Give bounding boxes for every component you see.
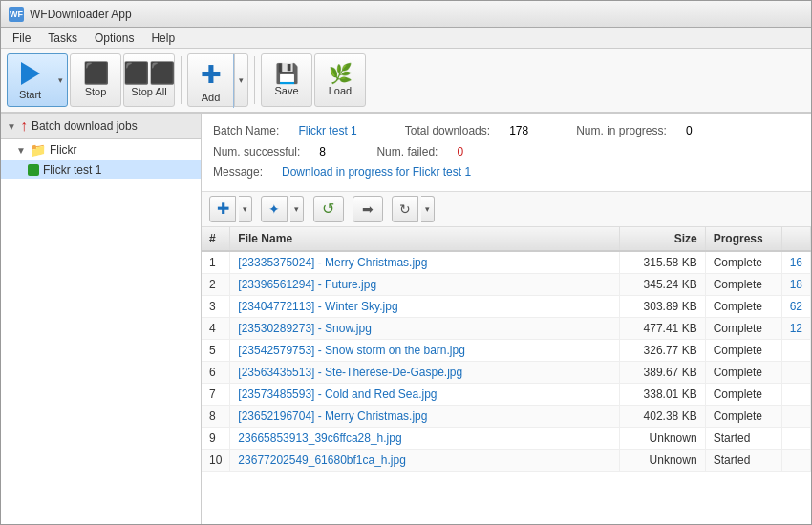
cell-filename[interactable]: 23677202549_61680bf1ca_h.jpg (230, 449, 619, 471)
add-starred-dropdown[interactable]: ▾ (290, 196, 304, 222)
save-label: Save (274, 85, 298, 96)
add-button[interactable]: ✚ Add (188, 54, 234, 108)
sidebar-item-flickr-test-1[interactable]: Flickr test 1 (1, 160, 201, 179)
folder-label: Flickr (50, 143, 77, 157)
load-button[interactable]: 🌿 Load (314, 53, 366, 107)
start-button[interactable]: Start (8, 54, 53, 108)
cell-progress: Complete (705, 295, 781, 317)
table-body: 1[23335375024] - Merry Christmas.jpg315.… (202, 251, 811, 472)
col-header-size: Size (619, 227, 705, 251)
item-icon (28, 164, 39, 176)
col-header-extra (781, 227, 810, 251)
cell-extra (781, 361, 810, 383)
add-label: Add (202, 92, 221, 103)
cell-num: 4 (202, 317, 230, 339)
table-row[interactable]: 1023677202549_61680bf1ca_h.jpgUnknownSta… (202, 449, 811, 471)
cell-num: 2 (202, 273, 230, 295)
cell-progress: Complete (705, 273, 781, 295)
cell-extra: 16 (781, 251, 810, 274)
folder-toggle[interactable]: ▼ (16, 145, 26, 156)
cell-filename[interactable]: [23573485593] - Cold and Red Sea.jpg (230, 383, 619, 405)
cell-extra: 62 (781, 295, 810, 317)
load-icon: 🌿 (329, 64, 353, 83)
message-value: Download in progress for Flickr test 1 (282, 162, 471, 183)
add-item-button[interactable]: ✚ (209, 196, 236, 222)
cell-progress: Complete (705, 361, 781, 383)
total-downloads-value: 178 (509, 121, 528, 142)
num-in-progress-label: Num. in progress: (576, 121, 667, 142)
cell-progress: Started (705, 427, 781, 449)
sidebar-folder-flickr[interactable]: ▼ 📁 Flickr (1, 139, 201, 160)
cell-size: 326.77 KB (619, 339, 705, 361)
info-area: Batch Name: Flickr test 1 Total download… (202, 114, 811, 192)
save-button[interactable]: 💾 Save (261, 53, 312, 107)
cell-filename[interactable]: [23652196704] - Merry Christmas.jpg (230, 405, 619, 427)
table-row[interactable]: 4[23530289273] - Snow.jpg477.41 KBComple… (202, 317, 811, 339)
cell-progress: Complete (705, 251, 781, 274)
load-label: Load (329, 85, 352, 96)
cell-size: 345.24 KB (619, 273, 705, 295)
info-row-3: Message: Download in progress for Flickr… (213, 162, 800, 183)
cell-extra (781, 339, 810, 361)
reload-dropdown[interactable]: ▾ (421, 196, 435, 222)
table-row[interactable]: 7[23573485593] - Cold and Red Sea.jpg338… (202, 383, 811, 405)
file-table: # File Name Size Progress 1[23335375024]… (202, 227, 811, 525)
cell-num: 8 (202, 405, 230, 427)
table-row[interactable]: 923665853913_39c6ffca28_h.jpgUnknownStar… (202, 427, 811, 449)
num-failed-label: Num. failed: (376, 142, 438, 163)
start-button-group[interactable]: Start ▾ (7, 53, 68, 107)
stop-button[interactable]: ⬛ Stop (70, 53, 121, 107)
toolbar-separator-1 (181, 56, 182, 104)
menu-file[interactable]: File (5, 30, 38, 47)
table-row[interactable]: 2[23396561294] - Future.jpg345.24 KBComp… (202, 273, 811, 295)
arrow-indicator: ↑ (20, 117, 28, 135)
add-button-group[interactable]: ✚ Add ▾ (187, 53, 248, 107)
menu-bar: File Tasks Options Help (1, 28, 811, 49)
cell-filename[interactable]: [23335375024] - Merry Christmas.jpg (230, 251, 619, 274)
stop-all-icon: ⬛⬛ (123, 63, 175, 84)
menu-options[interactable]: Options (87, 30, 141, 47)
cell-size: 338.01 KB (619, 383, 705, 405)
cell-filename[interactable]: [23396561294] - Future.jpg (230, 273, 619, 295)
cell-filename[interactable]: [23404772113] - Winter Sky.jpg (230, 295, 619, 317)
table-row[interactable]: 8[23652196704] - Merry Christmas.jpg402.… (202, 405, 811, 427)
menu-help[interactable]: Help (143, 30, 182, 47)
batch-name-label: Batch Name: (213, 121, 279, 142)
action-toolbar: ✚ ▾ ✦ ▾ ↺ ➡ ↻ ▾ (202, 192, 811, 227)
move-button[interactable]: ➡ (353, 196, 383, 222)
table-row[interactable]: 6[23563435513] - Ste-Thérèse-De-Gaspé.jp… (202, 361, 811, 383)
add-dropdown-arrow[interactable]: ▾ (234, 54, 247, 106)
cell-filename[interactable]: [23542579753] - Snow storm on the barn.j… (230, 339, 619, 361)
col-header-filename: File Name (230, 227, 619, 251)
add-item-dropdown[interactable]: ▾ (239, 196, 252, 222)
start-dropdown-arrow[interactable]: ▾ (53, 54, 67, 106)
cell-progress: Complete (705, 339, 781, 361)
cell-progress: Started (705, 449, 781, 471)
item-label: Flickr test 1 (43, 163, 101, 177)
col-header-num: # (202, 227, 230, 251)
cell-extra (781, 427, 810, 449)
tree-header: ▼ ↑ Batch download jobs (1, 114, 201, 139)
add-starred-button[interactable]: ✦ (261, 196, 288, 222)
cell-num: 1 (202, 251, 230, 274)
cell-extra (781, 405, 810, 427)
cell-size: 315.58 KB (619, 251, 705, 274)
stop-label: Stop (85, 86, 107, 97)
menu-tasks[interactable]: Tasks (40, 30, 85, 47)
cell-extra (781, 383, 810, 405)
cell-progress: Complete (705, 383, 781, 405)
reload-button[interactable]: ↻ (392, 196, 418, 222)
refresh-button[interactable]: ↺ (313, 196, 344, 222)
tree-toggle[interactable]: ▼ (7, 121, 16, 132)
main-content: ▼ ↑ Batch download jobs ▼ 📁 Flickr Flick… (1, 114, 811, 525)
cell-filename[interactable]: [23563435513] - Ste-Thérèse-De-Gaspé.jpg (230, 361, 619, 383)
cell-size: 477.41 KB (619, 317, 705, 339)
cell-size: 402.38 KB (619, 405, 705, 427)
table-row[interactable]: 5[23542579753] - Snow storm on the barn.… (202, 339, 811, 361)
table-row[interactable]: 3[23404772113] - Winter Sky.jpg303.89 KB… (202, 295, 811, 317)
cell-filename[interactable]: [23530289273] - Snow.jpg (230, 317, 619, 339)
toolbar-separator-2 (254, 56, 255, 104)
stop-all-button[interactable]: ⬛⬛ Stop All (123, 53, 175, 107)
cell-filename[interactable]: 23665853913_39c6ffca28_h.jpg (230, 427, 619, 449)
table-row[interactable]: 1[23335375024] - Merry Christmas.jpg315.… (202, 251, 811, 274)
